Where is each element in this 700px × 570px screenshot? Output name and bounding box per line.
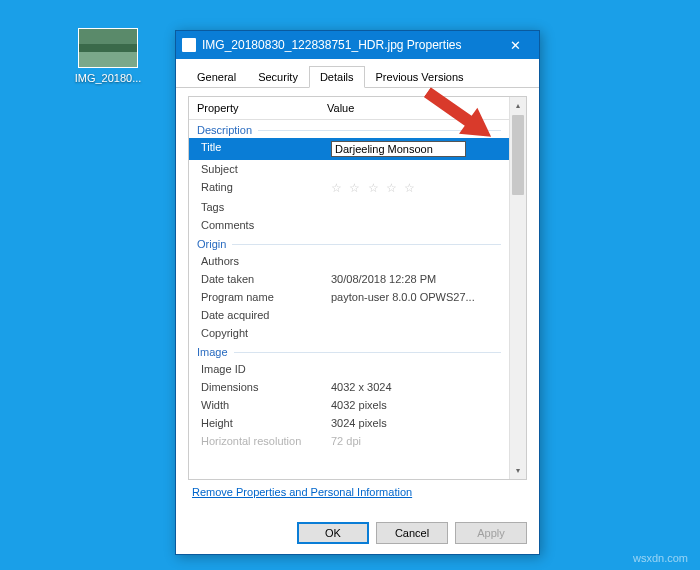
dialog-buttons: OK Cancel Apply bbox=[176, 512, 539, 554]
prop-date-taken: Date taken bbox=[189, 270, 319, 288]
image-thumbnail-icon bbox=[78, 28, 138, 68]
details-panel: Property Value Description Title Subject… bbox=[176, 88, 539, 512]
prop-comments: Comments bbox=[189, 216, 319, 234]
tab-details[interactable]: Details bbox=[309, 66, 365, 88]
tab-general[interactable]: General bbox=[186, 66, 247, 88]
prop-height: Height bbox=[189, 414, 319, 432]
grid-header: Property Value bbox=[189, 97, 509, 120]
scroll-down-icon[interactable]: ▾ bbox=[510, 462, 526, 479]
prop-subject: Subject bbox=[189, 160, 319, 178]
prop-tags: Tags bbox=[189, 198, 319, 216]
row-date-taken[interactable]: Date taken 30/08/2018 12:28 PM bbox=[189, 270, 509, 288]
header-value[interactable]: Value bbox=[319, 97, 509, 119]
prop-authors: Authors bbox=[189, 252, 319, 270]
remove-properties-link[interactable]: Remove Properties and Personal Informati… bbox=[188, 480, 527, 504]
val-dimensions: 4032 x 3024 bbox=[319, 378, 509, 396]
prop-title: Title bbox=[189, 138, 319, 160]
prop-rating: Rating bbox=[189, 178, 319, 198]
row-comments[interactable]: Comments bbox=[189, 216, 509, 234]
tab-previous-versions[interactable]: Previous Versions bbox=[365, 66, 475, 88]
row-title[interactable]: Title bbox=[189, 138, 509, 160]
row-subject[interactable]: Subject bbox=[189, 160, 509, 178]
row-dimensions[interactable]: Dimensions 4032 x 3024 bbox=[189, 378, 509, 396]
val-width: 4032 pixels bbox=[319, 396, 509, 414]
row-image-id[interactable]: Image ID bbox=[189, 360, 509, 378]
titlebar[interactable]: IMG_20180830_122838751_HDR.jpg Propertie… bbox=[176, 31, 539, 59]
desktop-file-icon[interactable]: IMG_20180... bbox=[72, 28, 144, 84]
row-hres[interactable]: Horizontal resolution 72 dpi bbox=[189, 432, 509, 450]
rating-stars[interactable]: ☆ ☆ ☆ ☆ ☆ bbox=[331, 181, 417, 195]
vertical-scrollbar[interactable]: ▴ ▾ bbox=[509, 97, 526, 479]
scroll-up-icon[interactable]: ▴ bbox=[510, 97, 526, 114]
row-height[interactable]: Height 3024 pixels bbox=[189, 414, 509, 432]
apply-button[interactable]: Apply bbox=[455, 522, 527, 544]
header-property[interactable]: Property bbox=[189, 97, 319, 119]
desktop-file-label: IMG_20180... bbox=[72, 72, 144, 84]
tab-security[interactable]: Security bbox=[247, 66, 309, 88]
prop-image-id: Image ID bbox=[189, 360, 319, 378]
watermark: wsxdn.com bbox=[633, 552, 688, 564]
row-tags[interactable]: Tags bbox=[189, 198, 509, 216]
tab-strip: General Security Details Previous Versio… bbox=[176, 59, 539, 88]
title-input[interactable] bbox=[331, 141, 466, 157]
prop-date-acquired: Date acquired bbox=[189, 306, 319, 324]
row-authors[interactable]: Authors bbox=[189, 252, 509, 270]
row-copyright[interactable]: Copyright bbox=[189, 324, 509, 342]
val-height: 3024 pixels bbox=[319, 414, 509, 432]
val-date-taken: 30/08/2018 12:28 PM bbox=[319, 270, 509, 288]
prop-program-name: Program name bbox=[189, 288, 319, 306]
prop-width: Width bbox=[189, 396, 319, 414]
section-description: Description bbox=[197, 124, 501, 136]
prop-hres: Horizontal resolution bbox=[189, 432, 319, 450]
row-date-acquired[interactable]: Date acquired bbox=[189, 306, 509, 324]
window-icon bbox=[182, 38, 196, 52]
val-hres: 72 dpi bbox=[319, 432, 509, 450]
scroll-thumb[interactable] bbox=[512, 115, 524, 195]
cancel-button[interactable]: Cancel bbox=[376, 522, 448, 544]
window-title: IMG_20180830_122838751_HDR.jpg Propertie… bbox=[202, 38, 497, 52]
section-origin: Origin bbox=[197, 238, 501, 250]
val-program-name: payton-user 8.0.0 OPWS27... bbox=[319, 288, 509, 306]
section-image: Image bbox=[197, 346, 501, 358]
properties-grid: Property Value Description Title Subject… bbox=[188, 96, 527, 480]
prop-dimensions: Dimensions bbox=[189, 378, 319, 396]
row-rating[interactable]: Rating ☆ ☆ ☆ ☆ ☆ bbox=[189, 178, 509, 198]
row-width[interactable]: Width 4032 pixels bbox=[189, 396, 509, 414]
prop-copyright: Copyright bbox=[189, 324, 319, 342]
close-icon[interactable]: ✕ bbox=[497, 31, 533, 59]
properties-window: IMG_20180830_122838751_HDR.jpg Propertie… bbox=[175, 30, 540, 555]
ok-button[interactable]: OK bbox=[297, 522, 369, 544]
row-program-name[interactable]: Program name payton-user 8.0.0 OPWS27... bbox=[189, 288, 509, 306]
